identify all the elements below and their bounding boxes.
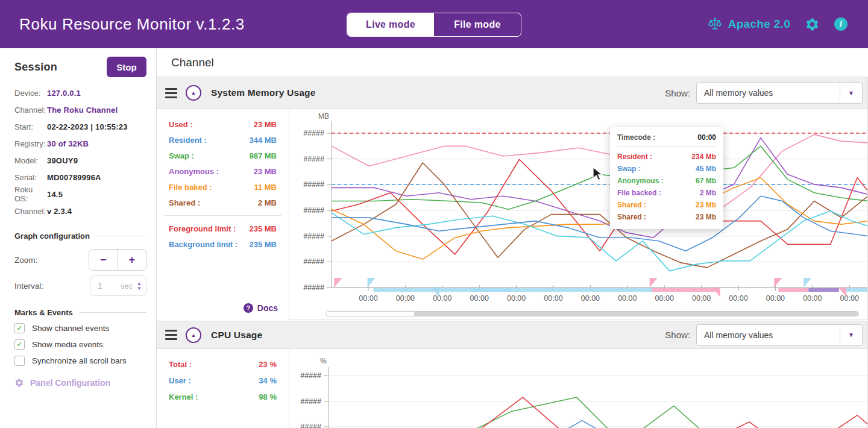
- session-row-value: 30 of 32KB: [47, 139, 89, 148]
- zoom-in-button[interactable]: +: [118, 250, 146, 270]
- chevron-down-icon: ▼: [840, 325, 862, 345]
- checkbox-row: Synchronize all scroll bars: [14, 355, 146, 366]
- show-label: Show:: [665, 88, 690, 98]
- checkbox[interactable]: [14, 356, 25, 366]
- session-row-label: Registry:: [14, 139, 47, 148]
- session-row: Channel: v 2.3.4: [14, 203, 146, 219]
- legend-row: Shared : 2 MB: [157, 195, 289, 210]
- file-mode-button[interactable]: File mode: [434, 13, 521, 36]
- live-mode-button[interactable]: Live mode: [347, 13, 434, 36]
- tooltip-row-label: Resident :: [617, 153, 652, 161]
- tooltip-row: File backed : 2 Mb: [617, 187, 716, 199]
- svg-text:#####: #####: [300, 423, 321, 428]
- memory-show-dropdown[interactable]: All memory values ▼: [696, 82, 863, 104]
- tooltip-row: Swap : 45 Mb: [617, 163, 716, 175]
- docs-link[interactable]: ? Docs: [244, 303, 278, 313]
- svg-text:#####: #####: [303, 257, 324, 266]
- drag-handle-icon[interactable]: [165, 330, 177, 340]
- session-row-value: The Roku Channel: [47, 105, 118, 115]
- legend-value: 98 %: [259, 392, 277, 401]
- svg-text:%: %: [320, 357, 327, 365]
- spinner-down-icon[interactable]: ▼: [137, 286, 142, 291]
- zoom-out-button[interactable]: −: [89, 250, 118, 270]
- info-button[interactable]: i: [834, 17, 848, 31]
- svg-text:00:00: 00:00: [840, 294, 859, 303]
- collapse-button[interactable]: ▲: [186, 85, 201, 101]
- session-title: Session: [14, 61, 57, 74]
- legend-label: Background limit :: [169, 240, 237, 249]
- tooltip-row: Shared : 23 Mb: [617, 199, 716, 211]
- svg-text:00:00: 00:00: [581, 294, 600, 303]
- tooltip-row: Resident : 234 Mb: [617, 151, 716, 163]
- legend-label: Used :: [169, 120, 193, 129]
- license-link[interactable]: Apache 2.0: [707, 16, 790, 32]
- zoom-stepper: − +: [89, 249, 146, 271]
- tooltip-row-value: 234 Mb: [691, 153, 716, 161]
- svg-text:#####: #####: [300, 397, 321, 406]
- memory-chart-scrollbar[interactable]: [326, 311, 859, 316]
- checkbox-row: Show channel events: [14, 323, 146, 333]
- cpu-panel: ▲ CPU Usage Show: All memory values ▼ To…: [157, 321, 868, 428]
- interval-spinner: ▲ ▼: [137, 282, 142, 291]
- session-row-label: Model:: [14, 156, 47, 165]
- svg-text:00:00: 00:00: [507, 294, 526, 303]
- legend-label: Total :: [169, 360, 192, 369]
- session-row: Serial: MD00789996A: [14, 169, 146, 186]
- drag-handle-icon[interactable]: [165, 88, 177, 98]
- session-row: Start: 02-22-2023 | 10:55:23: [14, 118, 146, 135]
- legend-label: User :: [169, 376, 191, 385]
- legend-row: Swap : 987 MB: [157, 148, 289, 163]
- panel-configuration-label: Panel Configuration: [30, 378, 110, 388]
- svg-text:#####: #####: [303, 232, 324, 241]
- chevron-up-icon: ▲: [191, 90, 197, 96]
- show-label: Show:: [665, 330, 690, 340]
- stop-button[interactable]: Stop: [107, 57, 146, 77]
- legend-row: Kernel : 98 %: [157, 389, 289, 405]
- cpu-chart[interactable]: ###############%: [289, 349, 867, 428]
- limit-legend-row: Foreground limit : 235 MB: [157, 221, 289, 236]
- svg-text:00:00: 00:00: [433, 294, 451, 303]
- svg-text:#####: #####: [303, 129, 324, 137]
- show-filter-group: Show: All memory values ▼: [665, 82, 863, 104]
- settings-button[interactable]: [805, 17, 820, 32]
- svg-text:00:00: 00:00: [692, 294, 711, 303]
- interval-value: 1: [98, 281, 121, 291]
- svg-text:#####: #####: [303, 155, 324, 163]
- spinner-up-icon[interactable]: ▲: [137, 282, 142, 286]
- session-row-value: 127.0.0.1: [47, 89, 81, 98]
- zoom-label: Zoom:: [14, 256, 37, 265]
- interval-input[interactable]: 1 sec ▲ ▼: [90, 275, 146, 296]
- session-row-label: Channel:: [14, 207, 47, 216]
- legend-value: 23 MB: [254, 167, 277, 176]
- checkbox[interactable]: [14, 339, 25, 350]
- legend-row: Resident : 344 MB: [157, 132, 289, 148]
- svg-text:00:00: 00:00: [396, 294, 415, 303]
- legend-value: 23 %: [259, 360, 277, 369]
- legend-value: 344 MB: [249, 136, 277, 145]
- cpu-show-dropdown[interactable]: All memory values ▼: [696, 324, 863, 346]
- checkbox-row: Show media events: [14, 339, 146, 350]
- memory-panel-header: ▲ System Memory Usage Show: All memory v…: [157, 77, 867, 109]
- sidebar: Session Stop Device: 127.0.0.1 Channel: …: [0, 48, 157, 428]
- checkbox[interactable]: [14, 323, 25, 333]
- memory-chart[interactable]: ###################################MB00:…: [289, 109, 867, 320]
- collapse-button[interactable]: ▲: [186, 327, 201, 343]
- tooltip-time-value: 00:00: [697, 133, 716, 142]
- panel-configuration-button[interactable]: Panel Configuration: [14, 378, 146, 388]
- session-row-value: 02-22-2023 | 10:55:23: [47, 122, 128, 131]
- tooltip-row-label: Shared :: [617, 213, 646, 221]
- tooltip-row-label: Swap :: [617, 165, 641, 173]
- header-actions: Apache 2.0 i: [707, 16, 848, 32]
- session-row: Roku OS: 14.5: [14, 186, 146, 203]
- marks-events-section-title: Marks & Events: [14, 308, 146, 317]
- legend-label: Resident :: [169, 136, 207, 145]
- interval-label: Interval:: [14, 282, 43, 291]
- checkbox-label: Show channel events: [32, 324, 109, 333]
- gear-icon: [805, 17, 820, 32]
- session-row: Model: 39OUY9: [14, 152, 146, 169]
- scales-icon: [707, 16, 723, 32]
- tooltip-row-value: 2 Mb: [700, 189, 716, 197]
- tooltip-row-label: File backed :: [617, 189, 661, 197]
- svg-text:00:00: 00:00: [618, 294, 637, 303]
- session-row-label: Start:: [14, 122, 47, 131]
